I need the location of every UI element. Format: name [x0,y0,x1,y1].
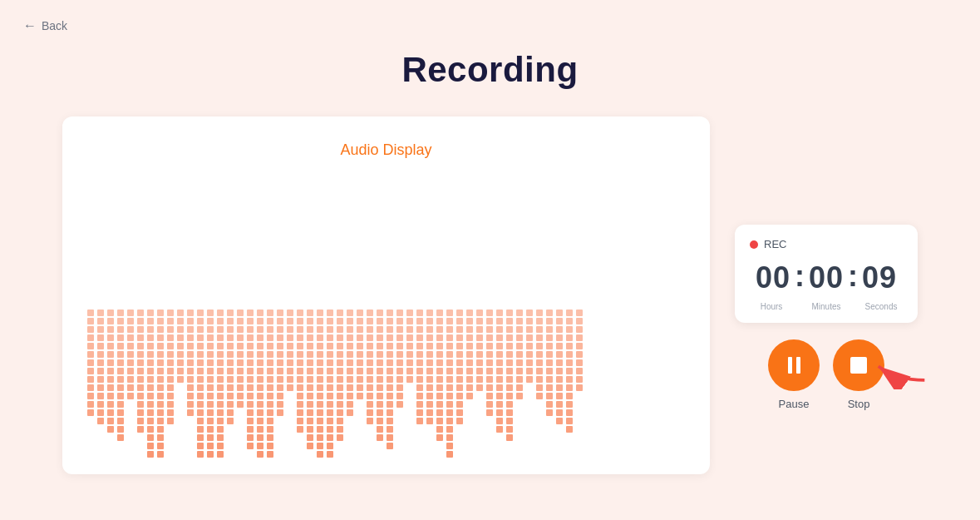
waveform-dot [217,401,224,408]
waveform-dot [277,326,283,333]
waveform-dot [576,310,583,316]
waveform-dot [117,401,124,408]
waveform-dot [367,434,373,441]
waveform-dot [257,368,263,374]
waveform-dot [307,318,313,324]
waveform-dot [97,368,104,374]
waveform-dot [307,310,313,316]
waveform-dot [107,318,114,324]
waveform-dot [426,384,433,391]
waveform-dot [416,393,423,399]
waveform-dot [257,393,263,399]
waveform-dot [267,368,273,374]
waveform-dot [227,359,234,366]
waveform-dot [566,418,573,424]
waveform-dot [197,443,204,449]
waveform-dot [426,401,433,408]
waveform-dot [317,310,323,316]
waveform-dot [257,384,263,391]
pause-button[interactable] [768,339,820,391]
waveform-dot [377,334,383,341]
waveform-dot [337,401,343,408]
waveform-dot [137,384,144,391]
waveform-dot [227,409,234,416]
waveform-dot [396,418,403,424]
waveform-dot [237,401,244,408]
waveform-dot [486,326,493,333]
waveform-dot [516,409,523,416]
waveform-dot [307,368,313,374]
waveform-dot [516,418,523,424]
waveform-dot [287,451,293,458]
waveform-dot [217,443,224,449]
waveform-dot [217,426,224,433]
waveform-dot [496,368,503,374]
waveform-dot [327,343,333,349]
waveform-dot [137,351,144,358]
waveform-dot [377,434,383,441]
waveform-dot [476,393,483,399]
waveform-dot [287,334,293,341]
waveform-dot [227,384,234,391]
waveform-dot [526,310,533,316]
waveform-dot [327,310,333,316]
waveform-dot [247,426,254,433]
timer-seconds: 09 [861,260,898,295]
waveform-dot [207,318,214,324]
waveform-dot [257,376,263,383]
waveform-dot [456,359,463,366]
waveform-dot [227,434,234,441]
waveform-dot [117,326,124,333]
waveform-dot [267,326,273,333]
waveform-dot [127,409,134,416]
waveform-dot [387,318,393,324]
waveform-dot [456,409,463,416]
waveform-dot [396,376,403,383]
seconds-label: Seconds [863,302,899,311]
waveform-dot [247,343,254,349]
stop-label: Stop [848,398,870,410]
waveform-dot [526,393,533,399]
waveform-dot [287,310,293,316]
waveform-dot [137,418,144,424]
waveform-dot [536,409,543,416]
waveform-dot [387,393,393,399]
waveform-dot [257,409,263,416]
back-button[interactable]: ← Back [23,18,67,33]
waveform-dot [396,368,403,374]
waveform-dot [446,326,453,333]
waveform-dot [327,376,333,383]
waveform-dot [267,351,273,358]
waveform-dot [546,434,553,441]
waveform-dot [416,451,423,458]
waveform-dot [377,318,383,324]
waveform-dot [347,334,353,341]
waveform-dot [436,376,443,383]
waveform-dot [197,393,204,399]
waveform-dot [137,310,144,316]
waveform-bar-col [377,208,383,458]
waveform-dot [197,368,204,374]
waveform-dot [117,351,124,358]
waveform-dot [127,451,134,458]
waveform-dot [466,434,473,441]
waveform-dot [416,401,423,408]
waveform-dot [177,310,184,316]
waveform-dot [97,443,104,449]
waveform-dot [177,443,184,449]
waveform-dot [177,409,184,416]
waveform-dot [426,434,433,441]
waveform-dot [147,326,154,333]
waveform-dot [187,343,194,349]
waveform-dot [307,343,313,349]
waveform-dot [377,376,383,383]
waveform-dot [357,343,363,349]
waveform-dot [337,409,343,416]
timer-minutes: 00 [808,260,845,295]
waveform-dot [147,334,154,341]
waveform-dot [337,384,343,391]
waveform-dot [377,310,383,316]
waveform-dot [496,434,503,441]
waveform-dot [416,443,423,449]
waveform-dot [297,393,303,399]
